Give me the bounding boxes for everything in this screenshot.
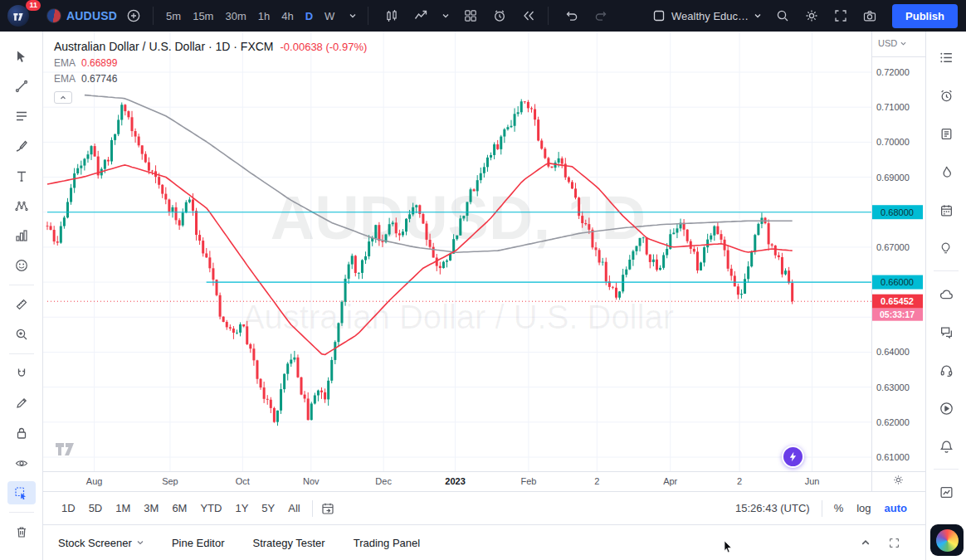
home-logo[interactable]: 11 [7, 2, 33, 29]
range-1m[interactable]: 1M [109, 499, 137, 518]
currency-pair-icon [46, 8, 61, 23]
trendline-tool[interactable] [7, 75, 36, 98]
range-1d[interactable]: 1D [55, 499, 82, 518]
range-5y[interactable]: 5Y [255, 499, 281, 518]
ideas-button[interactable] [932, 236, 960, 261]
svg-text:Apr: Apr [663, 476, 677, 486]
price-change: -0.00638 (-0.97%) [281, 41, 368, 53]
notifications-button[interactable] [932, 434, 960, 459]
svg-text:Nov: Nov [303, 476, 320, 486]
streams-button[interactable] [932, 396, 960, 421]
remove-drawings-button[interactable] [7, 520, 36, 543]
ruler-icon [15, 298, 28, 311]
log-scale-button[interactable]: log [850, 499, 877, 518]
text-tool[interactable] [7, 164, 36, 187]
object-tree-tool[interactable] [7, 481, 36, 504]
fib-lines-icon [15, 110, 28, 123]
lock-icon [15, 426, 28, 440]
timeframe-4h[interactable]: 4h [276, 7, 299, 26]
data-window-button[interactable] [932, 121, 960, 146]
watchlist-button[interactable] [932, 45, 960, 70]
tab-stock-screener[interactable]: Stock Screener [58, 537, 144, 549]
alerts-button[interactable] [932, 83, 960, 108]
hotlists-button[interactable] [932, 159, 960, 184]
chart-title[interactable]: Australian Dollar / U.S. Dollar · 1D · F… [54, 40, 274, 53]
legend-collapse-button[interactable] [54, 91, 72, 104]
panel-maximize-button[interactable] [882, 531, 905, 554]
percent-scale-button[interactable]: % [827, 499, 851, 518]
snapshot-button[interactable] [857, 3, 882, 28]
tab-pine-editor[interactable]: Pine Editor [172, 537, 225, 549]
price-axis-currency[interactable]: USD [878, 38, 906, 48]
clock-utc[interactable]: 15:26:43 (UTC) [729, 499, 817, 518]
chart-area[interactable]: AUDUSD, 1DAustralian Dollar / U.S. Dolla… [43, 32, 925, 491]
drawing-toolbar [0, 32, 43, 560]
boost-button[interactable] [782, 446, 804, 468]
range-ytd[interactable]: YTD [193, 499, 228, 518]
range-5d[interactable]: 5D [82, 499, 110, 518]
undo-arrow-icon [565, 9, 578, 22]
auto-scale-button[interactable]: auto [878, 499, 914, 518]
alarm-clock-icon [939, 89, 954, 103]
redo-button[interactable] [588, 3, 613, 28]
timeframe-1d[interactable]: D [300, 7, 319, 26]
goto-date-button[interactable] [321, 502, 334, 515]
text-icon [15, 169, 28, 183]
forecast-tool[interactable] [7, 224, 36, 247]
fullscreen-button[interactable] [828, 3, 853, 28]
support-button[interactable] [932, 358, 960, 382]
layout-grid-button[interactable] [458, 3, 483, 28]
toolbar-divider [312, 500, 313, 517]
settings-button[interactable] [799, 3, 824, 28]
search-button[interactable] [770, 3, 795, 28]
gear-icon [893, 475, 904, 485]
emoji-tool[interactable] [7, 254, 36, 277]
promo-logo-tile[interactable] [930, 524, 964, 556]
chats-button[interactable] [932, 319, 960, 344]
replay-button[interactable] [516, 3, 541, 28]
tab-label: Strategy Tester [252, 537, 324, 549]
indicator-row[interactable]: EMA0.67746 [54, 73, 367, 85]
chart-type-button[interactable] [379, 3, 404, 28]
magnet-tool[interactable] [7, 362, 36, 385]
mouse-cursor [724, 540, 737, 553]
calendar-button[interactable] [932, 197, 960, 222]
indicator-row[interactable]: EMA0.66899 [54, 57, 367, 69]
minds-button[interactable] [932, 281, 960, 306]
publish-button[interactable]: Publish [892, 4, 958, 28]
toolbar-divider [548, 7, 549, 25]
panel-collapse-button[interactable] [854, 531, 877, 554]
lock-tool[interactable] [7, 421, 36, 445]
layout-select-button[interactable]: Wealthy Educ… [652, 9, 761, 22]
alert-button[interactable] [487, 3, 512, 28]
range-3m[interactable]: 3M [137, 499, 165, 518]
indicators-menu-button[interactable] [437, 3, 454, 28]
range-1y[interactable]: 1Y [228, 499, 255, 518]
range-6m[interactable]: 6M [165, 499, 193, 518]
timeframe-menu-button[interactable] [344, 3, 361, 28]
tab-trading-panel[interactable]: Trading Panel [354, 537, 420, 549]
timeframe-group: 5m 15m 30m 1h 4h D W [160, 3, 361, 28]
timeframe-5m[interactable]: 5m [160, 7, 187, 26]
pattern-tool[interactable] [7, 194, 36, 217]
timeframe-30m[interactable]: 30m [219, 7, 251, 26]
symbol-button[interactable]: AUDUSD [46, 8, 117, 23]
object-tree-panel-button[interactable] [932, 480, 960, 504]
zoom-tool[interactable] [7, 323, 36, 346]
range-all[interactable]: All [281, 499, 306, 518]
indicators-button[interactable] [408, 3, 433, 28]
brush-tool[interactable] [7, 134, 36, 158]
timeframe-15m[interactable]: 15m [187, 7, 219, 26]
timeframe-1w[interactable]: W [319, 7, 340, 26]
compare-add-button[interactable] [121, 3, 146, 28]
axis-settings-button[interactable] [893, 475, 904, 485]
timeframe-1h[interactable]: 1h [252, 7, 276, 26]
fib-tool[interactable] [7, 105, 36, 128]
cursor-tool[interactable] [7, 45, 36, 68]
undo-button[interactable] [559, 3, 584, 28]
draw-tool[interactable] [7, 392, 36, 415]
svg-text:Jun: Jun [805, 476, 820, 486]
measure-tool[interactable] [7, 293, 36, 316]
hide-tool[interactable] [7, 451, 36, 475]
tab-strategy-tester[interactable]: Strategy Tester [252, 537, 324, 549]
